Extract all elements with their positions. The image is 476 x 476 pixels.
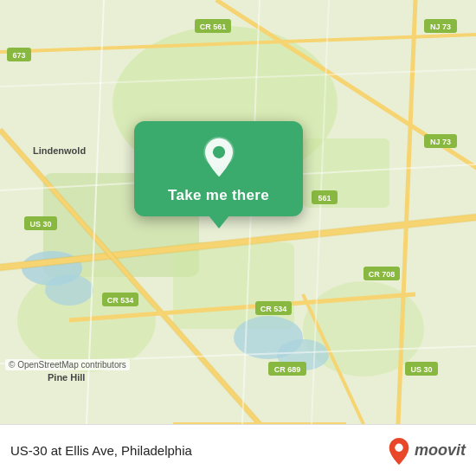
popup-label: Take me there [168,187,269,204]
svg-text:NJ 73: NJ 73 [430,23,451,31]
svg-point-57 [212,146,224,158]
svg-point-58 [395,443,402,451]
svg-text:CR 708: CR 708 [369,270,396,279]
bottom-bar: US-30 at Ellis Ave, Philadelphia moovit [0,424,476,476]
svg-rect-3 [173,242,294,329]
svg-text:561: 561 [318,194,331,203]
svg-text:Pine Hill: Pine Hill [48,372,85,383]
svg-text:CR 561: CR 561 [200,23,227,31]
copyright-text: © OpenStreetMap contributors [5,359,130,370]
svg-text:Lindenwold: Lindenwold [33,145,86,156]
location-pin-icon [198,137,240,178]
svg-text:US 30: US 30 [410,365,432,374]
svg-text:CR 534: CR 534 [261,305,287,313]
svg-text:NJ 73: NJ 73 [430,138,451,146]
take-me-there-button[interactable]: Take me there [134,121,303,216]
location-text: US-30 at Ellis Ave, Philadelphia [10,443,387,458]
map-container: CR 561 NJ 73 CR 689 NJ 73 561 US 30 CR 5… [0,0,476,424]
svg-point-8 [45,274,93,306]
moovit-brand-text: moovit [415,441,466,460]
svg-text:673: 673 [12,51,25,60]
moovit-logo: moovit [387,437,466,465]
svg-text:CR 689: CR 689 [274,365,301,374]
svg-text:US 30: US 30 [29,220,51,228]
svg-text:CR 534: CR 534 [107,296,134,305]
moovit-pin-icon [387,437,411,465]
